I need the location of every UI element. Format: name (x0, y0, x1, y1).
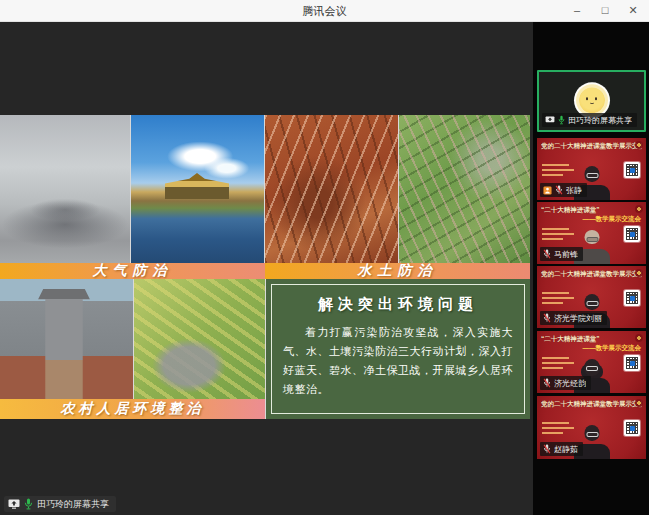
text-box-title: 解决突出环境问题 (266, 295, 530, 314)
old-building-photo (0, 279, 133, 419)
text-box-body: 着力打赢污染防治攻坚战，深入实施大气、水、土壤污染防治三大行动计划，深入打好蓝天… (283, 323, 513, 399)
qr-code (624, 420, 640, 436)
green-hills-photo (399, 115, 530, 263)
participant-tile[interactable]: “二十大精神进课堂” ——教学展示交流会 马前锋 (537, 202, 646, 264)
qr-code (624, 226, 640, 242)
participant-name-badge: 济光学院刘丽 (540, 311, 607, 325)
window-title: 腾讯会议 (0, 0, 649, 22)
muted-mic-icon (543, 444, 551, 454)
participant-tile[interactable]: 党的二十大精神进课堂教学展示交流会 赵静茹 (537, 396, 646, 459)
rural-banner-label: 农村人居环境整治 (61, 400, 205, 418)
participant-name: 济光经韵 (554, 378, 586, 389)
participant-name: 济光学院刘丽 (554, 313, 602, 324)
mic-on-icon (558, 115, 565, 125)
tile-slide-title: “二十大精神进课堂” (541, 335, 642, 344)
participants-sidebar: 田巧玲的屏幕共享 党的二十大精神进课堂教学展示交流会 (533, 22, 649, 515)
slide-top-photo-row (0, 115, 530, 263)
tile-slide-subtitle: ——教学展示交流会 (583, 215, 642, 224)
hand-raised-icon (543, 186, 552, 195)
air-banner-label: 大气防治 (93, 262, 173, 280)
muted-mic-icon (543, 249, 551, 259)
air-banner: 大气防治 (0, 263, 265, 279)
slide-seal-icon (635, 141, 643, 149)
participant-name: 马前锋 (554, 249, 578, 260)
participant-tile[interactable]: “二十大精神进课堂” ——教学展示交流会 济光经韵 (537, 331, 646, 393)
village-aerial-photo (134, 279, 265, 419)
rural-banner: 农村人居环境整治 (0, 399, 265, 419)
slide-seal-icon (635, 269, 643, 277)
titlebar: 腾讯会议 – □ ✕ (0, 0, 649, 22)
participant-tile[interactable]: 党的二十大精神进课堂教学展示交流会 济光学院刘丽 (537, 266, 646, 328)
window-controls: – □ ✕ (563, 0, 647, 22)
maximize-button[interactable]: □ (591, 0, 619, 22)
shared-screen-stage: 大气防治 水土防治 解决突出环境问题 着力打赢污染防治攻坚战，深入实施大气、水、… (0, 22, 533, 515)
minimize-button[interactable]: – (563, 0, 591, 22)
tile-slide-title: 党的二十大精神进课堂教学展示交流会 (541, 142, 642, 151)
tile-slide-title: 党的二十大精神进课堂教学展示交流会 (541, 400, 642, 409)
slide-banner-row: 大气防治 水土防治 (0, 263, 530, 279)
tile-slide-title: “二十大精神进课堂” (541, 206, 642, 215)
screen-share-icon (8, 499, 20, 509)
slide-seal-icon (635, 399, 643, 407)
slide-collage: 大气防治 水土防治 解决突出环境问题 着力打赢污染防治攻坚战，深入实施大气、水、… (0, 115, 530, 419)
soil-banner: 水土防治 (265, 263, 530, 279)
participant-name-badge: 赵静茹 (540, 442, 583, 456)
meeting-main-area: 大气防治 水土防治 解决突出环境问题 着力打赢污染防治攻坚战，深入实施大气、水、… (0, 22, 649, 515)
corner-tower-photo (131, 115, 264, 263)
close-button[interactable]: ✕ (619, 0, 647, 22)
qr-code (624, 162, 640, 178)
presenter-share-label: 田巧玲的屏幕共享 (37, 498, 109, 511)
participant-tile-self[interactable]: 田巧玲的屏幕共享 (537, 70, 646, 132)
participant-name-badge: 田巧玲的屏幕共享 (542, 113, 637, 127)
slide-bottom-photo-row: 解决突出环境问题 着力打赢污染防治攻坚战，深入实施大气、水、土壤污染防治三大行动… (0, 279, 530, 419)
environment-text-box: 解决突出环境问题 着力打赢污染防治攻坚战，深入实施大气、水、土壤污染防治三大行动… (266, 279, 530, 419)
muted-mic-icon (543, 313, 551, 323)
qr-code (624, 355, 640, 371)
participant-name-badge: 张静 (540, 183, 587, 197)
participant-name: 赵静茹 (554, 444, 578, 455)
smog-palace-photo (0, 115, 130, 263)
participant-name: 田巧玲的屏幕共享 (568, 115, 632, 126)
muted-mic-icon (543, 378, 551, 388)
meeting-window: 腾讯会议 – □ ✕ 大气防治 水 (0, 0, 649, 515)
slide-seal-icon (635, 205, 643, 213)
participant-name-badge: 济光经韵 (540, 376, 591, 390)
mic-on-icon (24, 498, 33, 510)
qr-code (624, 290, 640, 306)
tile-slide-subtitle: ——教学展示交流会 (583, 344, 642, 353)
red-terraces-photo (265, 115, 398, 263)
soil-banner-label: 水土防治 (358, 262, 438, 280)
slide-seal-icon (635, 334, 643, 342)
presenter-share-badge: 田巧玲的屏幕共享 (4, 496, 116, 512)
muted-mic-icon (555, 185, 563, 195)
participant-name: 张静 (566, 185, 582, 196)
screen-share-icon (545, 116, 555, 124)
participant-name-badge: 马前锋 (540, 247, 583, 261)
participant-tile[interactable]: 党的二十大精神进课堂教学展示交流会 张静 (537, 138, 646, 200)
tile-slide-title: 党的二十大精神进课堂教学展示交流会 (541, 270, 642, 279)
